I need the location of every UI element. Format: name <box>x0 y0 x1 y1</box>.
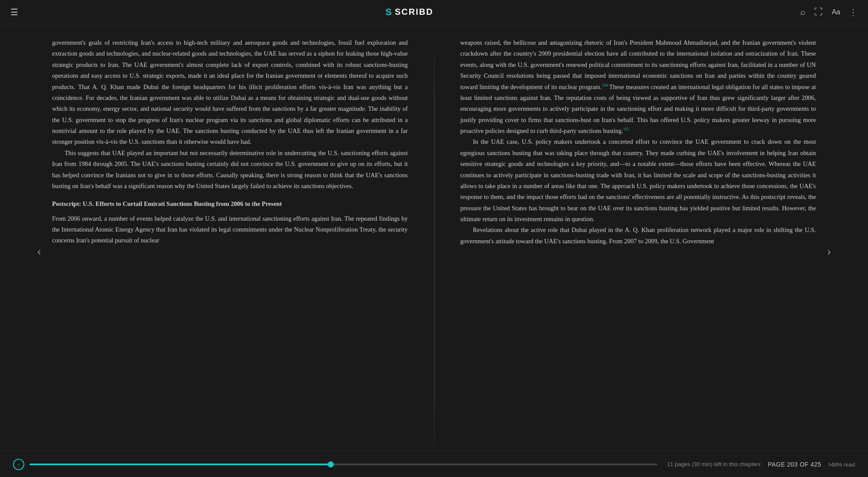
right-page-column: weapons raised, the bellicose and antago… <box>460 37 816 464</box>
back-icon: ‹ <box>18 461 20 467</box>
left-arrow-icon: ‹ <box>37 243 42 259</box>
progress-fill <box>30 464 331 465</box>
section-heading: Postscript: U.S. Efforts to Curtail Emir… <box>52 199 408 209</box>
reading-area: government's goals of restricting Iran's… <box>0 24 868 477</box>
page-number-label: PAGE 203 OF 425 <box>768 461 821 468</box>
footnote-155: 155 <box>623 127 629 131</box>
progress-section: ‹ 11 pages (30 min) left in this chapter <box>13 459 758 470</box>
right-para-1: weapons raised, the bellicose and antago… <box>460 37 816 136</box>
left-para-2: This suggests that UAE played an importa… <box>52 148 408 192</box>
font-icon[interactable]: Aa <box>832 8 840 16</box>
progress-bar[interactable] <box>30 464 658 465</box>
prev-page-button[interactable]: ‹ <box>758 460 761 469</box>
prev-page-arrow[interactable]: ‹ <box>26 238 52 264</box>
read-percent-label: 48% read <box>831 460 855 468</box>
more-icon[interactable]: ⋮ <box>849 7 858 17</box>
footnote-154: 154 <box>602 83 608 87</box>
scribd-logo: S SCRIBD <box>385 7 433 18</box>
menu-icon[interactable]: ☰ <box>10 7 18 17</box>
topbar-left: ☰ <box>10 7 18 17</box>
pages-left-label: 11 pages (30 min) left in this chapter <box>667 461 758 467</box>
left-para-1: government's goals of restricting Iran's… <box>52 37 408 148</box>
right-para-2: In the UAE case, U.S. policy makers unde… <box>460 136 816 225</box>
progress-back-button[interactable]: ‹ <box>13 459 24 470</box>
search-icon[interactable]: ⌕ <box>800 7 806 17</box>
page-navigation: ‹ PAGE 203 OF 425 › <box>758 460 831 469</box>
left-page-column: government's goals of restricting Iran's… <box>52 37 408 464</box>
topbar-right: ⌕ ⛶ Aa ⋮ <box>800 7 858 17</box>
right-para-3: Revelations about the active role that D… <box>460 225 816 247</box>
topbar: ☰ S SCRIBD ⌕ ⛶ Aa ⋮ <box>0 0 868 24</box>
main-content: ‹ government's goals of restricting Iran… <box>0 24 868 477</box>
fullscreen-icon[interactable]: ⛶ <box>814 7 823 17</box>
progress-handle[interactable] <box>328 461 334 467</box>
scribd-s-logo: S <box>385 7 392 18</box>
bottombar: ‹ 11 pages (30 min) left in this chapter… <box>0 451 868 477</box>
column-divider <box>434 37 434 464</box>
next-page-arrow[interactable]: › <box>816 238 842 264</box>
scribd-logo-text: SCRIBD <box>395 7 434 17</box>
right-arrow-icon: › <box>827 243 832 259</box>
left-para-3: From 2006 onward, a number of events hel… <box>52 213 408 246</box>
